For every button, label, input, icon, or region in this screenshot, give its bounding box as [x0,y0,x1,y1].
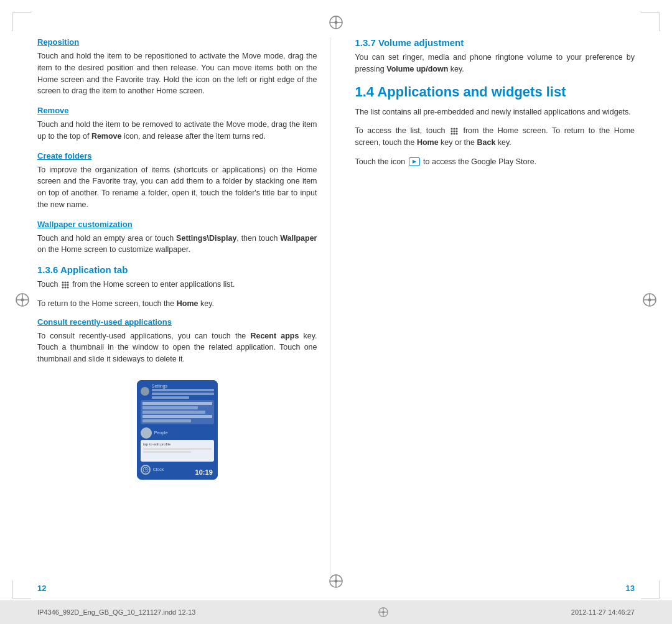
phone-people-icon [141,427,152,439]
svg-point-7 [21,298,24,301]
svg-point-19 [62,284,63,286]
footer-bar: IP4346_992D_Eng_GB_QG_10_121127.indd 12-… [0,600,672,624]
svg-point-18 [67,281,68,283]
section-137: 1.3.7 Volume adjustment You can set ring… [355,37,635,75]
footer-compass-icon [377,606,390,618]
svg-point-29 [453,128,455,129]
compass-left-icon [14,291,31,309]
text-remove: Touch and hold the item to be removed to… [37,119,317,142]
section-wallpaper: Wallpaper customization Touch and hold a… [37,220,317,256]
heading-consult: Consult recently-used applications [37,317,317,327]
section-136: 1.3.6 Application tab Touch fr [37,264,317,365]
svg-point-22 [62,286,63,288]
page-container: Reposition Touch and hold the item to be… [0,0,672,624]
phone-icon-settings [141,387,149,396]
phone-menu-block [141,400,214,424]
page-number-right: 13 [626,584,635,593]
phone-settings-row: Settings [141,384,214,399]
heading-wallpaper: Wallpaper customization [37,220,317,229]
text-wallpaper: Touch and hold an empty area or touch Se… [37,233,317,256]
text-136-body2: To return to the Home screen, touch the … [37,298,317,310]
svg-point-21 [67,284,68,286]
play-store-icon: ▶ [409,157,420,166]
svg-point-40 [382,611,385,613]
heading-137: 1.3.7 Volume adjustment [355,37,635,48]
footer-center [377,606,390,618]
phone-card: tap to edit profile [141,440,214,462]
section-reposition: Reposition Touch and hold the item to be… [37,37,317,97]
svg-point-23 [64,286,66,288]
content-columns: Reposition Touch and hold the item to be… [37,37,635,580]
corner-mark-tl [12,12,31,31]
svg-point-24 [67,286,68,288]
heading-remove: Remove [37,106,317,115]
section-14: 1.4 Applications and widgets list The li… [355,84,635,168]
phone-screen: Settings [137,380,218,480]
corner-mark-bl [12,580,31,599]
phone-clock-icon [141,465,151,475]
phone-screenshot: Settings [137,380,218,480]
svg-point-36 [455,133,457,134]
text-create-folders: To improve the organization of items (sh… [37,164,317,211]
compass-right-icon [641,291,658,309]
svg-point-20 [64,284,66,286]
svg-point-28 [450,128,452,129]
svg-point-11 [648,298,651,301]
phone-screenshot-container: Settings [37,374,317,486]
phone-time-display: 10:19 [195,468,213,476]
phone-settings-lines [152,389,214,399]
heading-14: 1.4 Applications and widgets list [355,84,635,100]
text-reposition: Touch and hold the item to be reposition… [37,50,317,97]
svg-point-34 [450,133,452,134]
text-136-body1: Touch from the Home screen to enter appl… [37,279,317,291]
right-column: 1.3.7 Volume adjustment You can set ring… [355,37,635,580]
footer-right-text: 2012-11-27 14:46:27 [571,608,635,616]
footer-left-text: IP4346_992D_Eng_GB_QG_10_121127.indd 12-… [37,608,195,616]
phone-people-row: People [141,427,214,439]
heading-reposition: Reposition [37,37,317,47]
page-number-left: 12 [37,584,46,593]
text-14-body1: The list contains all pre-embedded and n… [355,106,635,118]
text-14-body2: To access the list, touch from the Home … [355,125,635,149]
svg-point-30 [455,128,457,129]
svg-point-3 [335,21,338,24]
svg-point-35 [453,133,455,134]
corner-mark-br [641,580,660,599]
svg-point-31 [450,130,452,132]
corner-mark-tr [641,12,660,31]
heading-create-folders: Create folders [37,151,317,161]
svg-point-32 [453,130,455,132]
text-14-body3: Touch the icon ▶ to access the Google Pl… [355,156,635,168]
left-column: Reposition Touch and hold the item to be… [37,37,330,580]
compass-top-icon [327,14,345,31]
svg-point-17 [64,281,66,283]
svg-point-33 [455,130,457,132]
section-create-folders: Create folders To improve the organizati… [37,151,317,211]
heading-136: 1.3.6 Application tab [37,264,317,275]
text-137: You can set ringer, media and phone ring… [355,52,635,75]
text-consult: To consult recently-used applications, y… [37,330,317,365]
svg-point-16 [62,281,63,283]
section-remove: Remove Touch and hold the item to be rem… [37,106,317,142]
